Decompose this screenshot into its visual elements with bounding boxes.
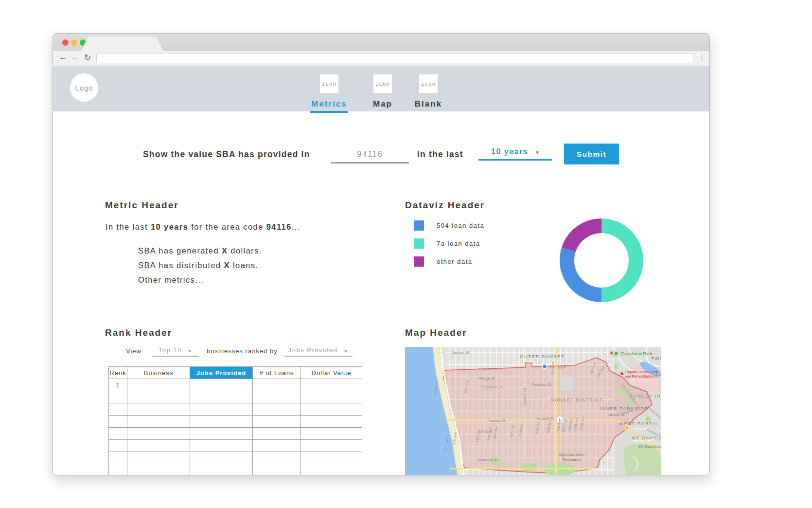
- metric-header: Metric Header: [105, 200, 179, 211]
- chevron-down-icon: ▼: [188, 349, 193, 354]
- chevron-down-icon: ▼: [535, 150, 540, 155]
- map-widget[interactable]: Lawton StOUTER SUNSETGrandview ParkTWINT…: [405, 347, 661, 475]
- map-label: Taraval St: [488, 418, 505, 423]
- map-label: OUTER SUNSET: [520, 354, 565, 359]
- table-cell: [301, 464, 362, 476]
- metric-intro-zip: 94116: [266, 222, 292, 231]
- ranked-by-value: Jobs Provided: [288, 346, 338, 354]
- dataviz-header: Dataviz Header: [405, 200, 485, 211]
- table-cell: [253, 416, 301, 428]
- table-cell: [190, 416, 253, 428]
- legend-label-7a: 7a loan data: [437, 240, 480, 247]
- map-header: Map Header: [405, 327, 467, 338]
- legend-item-504: 504 loan data: [414, 220, 484, 231]
- legend-label-other: other data: [437, 258, 473, 265]
- map-label: Grandview Park: [621, 351, 653, 356]
- nav-item-metrics[interactable]: icon Metrics: [300, 74, 358, 113]
- chevron-down-icon: ▼: [344, 349, 349, 354]
- kebab-menu-icon[interactable]: ⋮: [698, 53, 706, 62]
- table-cell: [301, 440, 362, 452]
- browser-tab[interactable]: [81, 36, 163, 51]
- close-window-button[interactable]: [62, 39, 69, 46]
- metric-intro-mid: for the area code: [188, 222, 266, 231]
- forward-icon[interactable]: →: [70, 53, 80, 62]
- blank-icon: icon: [419, 74, 438, 93]
- metric-lines: SBA has generated X dollars. SBA has dis…: [138, 246, 262, 290]
- table-cell: [301, 416, 362, 428]
- map-label: INNER PARKSIDE: [600, 406, 649, 411]
- table-cell: [109, 416, 127, 428]
- table-cell: [109, 391, 127, 403]
- submit-button[interactable]: Submit: [564, 144, 619, 164]
- map-label: Sunset Blvd: [523, 388, 527, 406]
- legend-item-7a: 7a loan data: [414, 238, 480, 249]
- metrics-icon: icon: [320, 74, 338, 93]
- table-row: [109, 428, 362, 440]
- nav-label-blank: Blank: [399, 99, 458, 109]
- table-cell: [190, 428, 253, 440]
- map-pin-viewpoint: [610, 351, 613, 355]
- table-cell: [301, 379, 362, 391]
- map-label: Noriega St: [479, 367, 498, 371]
- map-label: SUNSET DISTRICT: [551, 397, 603, 402]
- metric-line-1: SBA has generated X dollars.: [138, 246, 262, 255]
- rank-table-header-jobs-provided: Jobs Provided: [190, 367, 253, 379]
- table-row: [109, 452, 362, 464]
- rank-table-header-business: Business: [127, 367, 190, 379]
- table-cell: [190, 403, 253, 416]
- table-cell: [109, 440, 127, 452]
- metric-intro-duration: 10 years: [151, 222, 188, 231]
- metric-intro-suffix: ...: [292, 222, 300, 231]
- map-pin-tj-cups: [543, 364, 547, 369]
- map-school-block: [560, 375, 574, 391]
- donut-chart: [559, 218, 644, 303]
- duration-dropdown[interactable]: 10 years ▼: [478, 147, 552, 161]
- table-row: [109, 416, 362, 428]
- refresh-icon[interactable]: ↻: [82, 53, 93, 63]
- screenshot-canvas: ← → ↻ ⋮ Logo icon Metrics icon Map icon …: [0, 0, 812, 508]
- map-label: 19th Ave: [551, 362, 554, 375]
- table-row: [109, 440, 362, 452]
- legend-swatch-504: [414, 220, 424, 231]
- minimize-window-button[interactable]: [71, 39, 77, 46]
- table-cell: [253, 452, 301, 464]
- table-cell: [190, 452, 253, 464]
- table-cell: [190, 391, 253, 403]
- map-label: TWIN: [651, 356, 661, 361]
- legend-swatch-7a: [414, 238, 424, 249]
- map-label: Wawona St: [478, 457, 498, 462]
- ranked-by-dropdown[interactable]: Jobs Provided ▼: [284, 346, 353, 357]
- nav-item-blank[interactable]: icon Blank: [399, 74, 458, 109]
- table-cell: [253, 428, 301, 440]
- table-row: [109, 464, 362, 476]
- map-label: MT DAVIDSON: [632, 435, 661, 440]
- table-cell: [253, 464, 301, 476]
- view-count-dropdown[interactable]: Top 10 ▼: [152, 346, 199, 357]
- map-label: 1: [559, 417, 561, 422]
- table-cell: [301, 428, 362, 440]
- map-label: Mt. Davidson: [638, 444, 661, 449]
- query-prompt-prefix: Show the value SBA has provided in: [143, 149, 310, 160]
- rank-controls: View Top 10 ▼ businesses ranked by Jobs …: [126, 346, 353, 357]
- back-icon[interactable]: ←: [58, 53, 69, 62]
- map-label: Pacheco St: [531, 382, 552, 387]
- metric-intro-pre: In the last: [106, 222, 151, 231]
- zip-code-input[interactable]: [331, 146, 409, 163]
- url-bar[interactable]: [96, 53, 693, 63]
- browser-tab-strip: [53, 34, 709, 51]
- map-label: Pacheco St: [482, 385, 502, 389]
- table-cell: [109, 464, 127, 476]
- table-row: [109, 391, 362, 403]
- nav-label-metrics: Metrics: [300, 99, 358, 109]
- table-cell: 1: [109, 379, 127, 391]
- table-cell: [253, 403, 301, 416]
- table-cell: [127, 379, 190, 391]
- table-cell: [109, 403, 127, 416]
- map-pin-grandview-park: [614, 351, 618, 355]
- table-cell: [190, 440, 253, 452]
- table-cell: [253, 391, 301, 403]
- ranked-by-label: businesses ranked by: [207, 347, 278, 357]
- legend-item-other: other data: [414, 256, 473, 267]
- table-cell: [127, 464, 190, 476]
- map-icon: icon: [373, 74, 392, 93]
